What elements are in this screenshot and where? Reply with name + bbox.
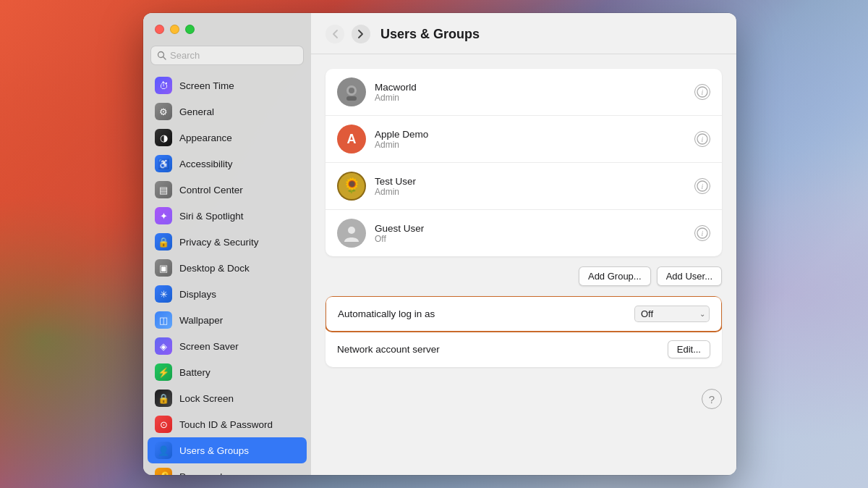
add-buttons-row: Add Group... Add User... <box>326 266 722 286</box>
sidebar: ⏱Screen Time⚙General◑Appearance♿Accessib… <box>143 13 311 475</box>
add-group-button[interactable]: Add Group... <box>579 266 651 286</box>
svg-point-13 <box>348 227 355 234</box>
user-name-apple-demo: Apple Demo <box>375 129 694 140</box>
sidebar-item-privacy-security[interactable]: 🔒Privacy & Security <box>148 229 307 255</box>
main-window: ⏱Screen Time⚙General◑Appearance♿Accessib… <box>143 13 736 475</box>
sidebar-item-control-center[interactable]: ▤Control Center <box>148 177 307 203</box>
svg-rect-4 <box>346 96 357 101</box>
displays-label: Displays <box>179 289 216 300</box>
screen-time-label: Screen Time <box>179 80 234 91</box>
user-row-test-user[interactable]: 🌻 Test UserAdmin i <box>326 163 722 210</box>
privacy-security-label: Privacy & Security <box>179 237 259 248</box>
user-info-btn-test-user[interactable]: i <box>694 178 710 194</box>
auto-login-select[interactable]: Off Macworld Apple Demo Test User <box>634 306 710 322</box>
user-row-macworld[interactable]: MacworldAdmin i <box>326 69 722 116</box>
desktop-dock-icon: ▣ <box>155 259 172 277</box>
user-role-test-user: Admin <box>375 187 694 197</box>
user-row-apple-demo[interactable]: AApple DemoAdmin i <box>326 116 722 163</box>
search-input[interactable] <box>170 50 297 61</box>
touch-id-icon: ⊙ <box>155 416 172 433</box>
maximize-button[interactable] <box>185 25 195 34</box>
settings-section: Automatically log in as Off Macworld App… <box>326 296 722 367</box>
user-info-guest-user: Guest UserOff <box>375 223 694 244</box>
auto-login-select-wrapper[interactable]: Off Macworld Apple Demo Test User <box>634 306 710 322</box>
sidebar-item-screen-time[interactable]: ⏱Screen Time <box>148 72 307 98</box>
svg-text:i: i <box>702 230 704 237</box>
svg-text:i: i <box>702 88 704 96</box>
sidebar-item-screen-saver[interactable]: ◈Screen Saver <box>148 333 307 359</box>
user-avatar-apple-demo: A <box>337 125 366 153</box>
sidebar-item-desktop-dock[interactable]: ▣Desktop & Dock <box>148 255 307 281</box>
user-info-test-user: Test UserAdmin <box>375 176 694 197</box>
users-list: MacworldAdmin i AApple DemoAdmin i 🌻 Tes… <box>326 69 722 256</box>
displays-icon: ✳ <box>155 285 172 303</box>
desktop-dock-label: Desktop & Dock <box>179 263 250 274</box>
battery-icon: ⚡ <box>155 363 172 381</box>
user-row-guest-user[interactable]: Guest UserOff i <box>326 210 722 256</box>
general-label: General <box>179 106 214 117</box>
svg-text:i: i <box>702 182 704 190</box>
sidebar-item-general[interactable]: ⚙General <box>148 98 307 125</box>
user-avatar-guest-user <box>337 219 366 248</box>
touch-id-label: Touch ID & Password <box>179 419 273 430</box>
user-role-apple-demo: Admin <box>375 140 694 150</box>
control-center-label: Control Center <box>179 185 243 195</box>
siri-spotlight-icon: ✦ <box>155 207 172 224</box>
control-center-icon: ▤ <box>155 181 172 198</box>
appearance-label: Appearance <box>179 132 232 143</box>
page-title: Users & Groups <box>380 27 480 42</box>
sidebar-item-displays[interactable]: ✳Displays <box>148 281 307 307</box>
search-icon <box>157 51 166 60</box>
network-server-row: Network account server Edit... <box>326 332 722 367</box>
user-info-btn-apple-demo[interactable]: i <box>694 131 710 147</box>
network-server-label: Network account server <box>337 344 668 355</box>
sidebar-item-wallpaper[interactable]: ◫Wallpaper <box>148 307 307 333</box>
user-info-apple-demo: Apple DemoAdmin <box>375 129 694 150</box>
sidebar-item-passwords[interactable]: 🔑Passwords <box>148 463 307 475</box>
minimize-button[interactable] <box>170 25 179 34</box>
lock-screen-icon: 🔒 <box>155 390 172 407</box>
user-info-macworld: MacworldAdmin <box>375 82 694 103</box>
accessibility-label: Accessibility <box>179 159 233 169</box>
sidebar-list: ⏱Screen Time⚙General◑Appearance♿Accessib… <box>143 72 311 475</box>
lock-screen-label: Lock Screen <box>179 393 234 404</box>
help-button[interactable]: ? <box>702 389 722 409</box>
user-name-test-user: Test User <box>375 176 694 187</box>
search-box[interactable] <box>150 46 304 65</box>
passwords-icon: 🔑 <box>155 468 172 475</box>
user-avatar-test-user: 🌻 <box>337 172 366 201</box>
screen-saver-icon: ◈ <box>155 337 172 355</box>
auto-login-row: Automatically log in as Off Macworld App… <box>326 296 722 332</box>
siri-spotlight-label: Siri & Spotlight <box>179 211 244 222</box>
close-button[interactable] <box>155 25 164 34</box>
user-role-macworld: Admin <box>375 93 694 103</box>
screen-time-icon: ⏱ <box>155 77 172 94</box>
user-info-btn-guest-user[interactable]: i <box>694 225 710 241</box>
forward-button[interactable] <box>352 25 370 43</box>
svg-text:🌻: 🌻 <box>343 177 361 194</box>
passwords-label: Passwords <box>179 471 227 476</box>
wallpaper-icon: ◫ <box>155 311 172 329</box>
bottom-row: ? <box>326 377 722 413</box>
sidebar-item-lock-screen[interactable]: 🔒Lock Screen <box>148 385 307 411</box>
edit-button[interactable]: Edit... <box>668 340 710 358</box>
battery-label: Battery <box>179 367 210 378</box>
sidebar-item-users-groups[interactable]: 👤Users & Groups <box>148 437 307 463</box>
privacy-security-icon: 🔒 <box>155 233 172 251</box>
main-content: MacworldAdmin i AApple DemoAdmin i 🌻 Tes… <box>311 54 736 475</box>
back-button[interactable] <box>326 25 344 43</box>
sidebar-item-appearance[interactable]: ◑Appearance <box>148 125 307 151</box>
sidebar-item-battery[interactable]: ⚡Battery <box>148 359 307 385</box>
svg-point-0 <box>158 52 164 58</box>
users-groups-icon: 👤 <box>155 442 172 459</box>
users-groups-label: Users & Groups <box>179 445 249 456</box>
user-info-btn-macworld[interactable]: i <box>694 84 710 100</box>
sidebar-item-accessibility[interactable]: ♿Accessibility <box>148 151 307 177</box>
sidebar-item-touch-id[interactable]: ⊙Touch ID & Password <box>148 411 307 437</box>
add-user-button[interactable]: Add User... <box>657 266 722 286</box>
user-avatar-macworld <box>337 77 366 106</box>
user-role-guest-user: Off <box>375 234 694 244</box>
main-header: Users & Groups <box>311 13 736 54</box>
sidebar-item-siri-spotlight[interactable]: ✦Siri & Spotlight <box>148 203 307 229</box>
svg-line-1 <box>163 57 166 59</box>
